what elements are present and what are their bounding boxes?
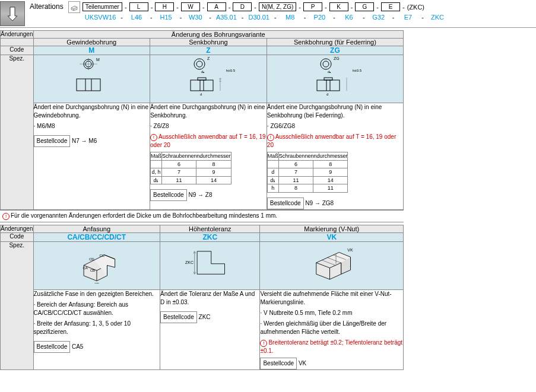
order-code-label: Bestellcode bbox=[150, 189, 187, 201]
svg-text:CB: CB bbox=[90, 268, 95, 272]
param-label: E bbox=[381, 2, 400, 11]
svg-rect-5 bbox=[77, 79, 100, 91]
param-value: A35.01 bbox=[214, 14, 239, 21]
diagram-cell: Zd₁h±0.5d bbox=[150, 55, 267, 103]
diagram-cell: CACBCDCCCT bbox=[33, 241, 160, 289]
warning-icon: ! bbox=[267, 134, 274, 141]
diagram-cell: M bbox=[33, 55, 150, 103]
param-value: E7 bbox=[397, 14, 419, 21]
order-code-value: N9 → Z8 bbox=[187, 192, 213, 198]
svg-point-9 bbox=[196, 61, 202, 67]
code-cell: CA/CB/CC/CD/CT bbox=[33, 232, 160, 241]
param-value: ZKC bbox=[426, 14, 449, 21]
column-header: Markierung (V-Nut) bbox=[260, 225, 404, 232]
order-code-value: N9 → ZG8 bbox=[304, 200, 334, 206]
order-code-label: Bestellcode bbox=[34, 341, 71, 353]
param-value: D30.01 bbox=[246, 14, 272, 21]
svg-text:d₁: d₁ bbox=[328, 70, 331, 74]
svg-rect-14 bbox=[198, 78, 206, 80]
spec-cell: Versieht die aufnehmende Fläche mit eine… bbox=[260, 289, 404, 369]
param-label: P bbox=[303, 2, 322, 11]
param-value: K6 bbox=[338, 14, 360, 21]
param-label: (ZKC) bbox=[407, 4, 424, 11]
svg-text:h±0.5: h±0.5 bbox=[226, 69, 236, 72]
param-value: H15 bbox=[155, 14, 177, 21]
diagram-cell: ZGd₁h±0.5d bbox=[267, 55, 403, 103]
param-label: N(M, Z, ZG) bbox=[259, 2, 296, 11]
param-label: A bbox=[207, 2, 226, 11]
svg-text:ZG: ZG bbox=[334, 56, 340, 60]
svg-text:CC: CC bbox=[99, 253, 104, 257]
svg-rect-13 bbox=[191, 80, 213, 91]
param-label: D bbox=[233, 2, 252, 11]
warning-icon: ! bbox=[150, 134, 157, 141]
code-cell: Z bbox=[150, 46, 267, 55]
warning-icon: ! bbox=[2, 213, 9, 220]
svg-text:CT: CT bbox=[94, 282, 99, 283]
order-code-value: N7 → M6 bbox=[70, 138, 97, 144]
order-code-label: Bestellcode bbox=[267, 197, 304, 209]
mini-table: MaßSchraubennenndurchmesser68d, h79d₁111… bbox=[150, 152, 231, 184]
order-code-value: CA5 bbox=[70, 343, 83, 350]
code-cell: ZKC bbox=[160, 232, 260, 241]
param-value: M8 bbox=[279, 14, 302, 21]
svg-rect-27 bbox=[324, 78, 332, 80]
spec-cell: Zusätzliche Fase in den gezeigten Bereic… bbox=[33, 289, 160, 369]
svg-text:d: d bbox=[200, 93, 202, 96]
alterations-icon bbox=[0, 1, 25, 26]
column-header: Senkbohrung (für Federring) bbox=[267, 39, 403, 46]
order-code-label: Bestellcode bbox=[160, 311, 197, 323]
alterations-label: Alterations bbox=[27, 1, 66, 12]
column-header: Anfasung bbox=[33, 225, 160, 232]
svg-text:ZKC: ZKC bbox=[185, 260, 194, 264]
svg-text:d₁: d₁ bbox=[201, 70, 205, 74]
param-value: L46 bbox=[125, 14, 148, 21]
svg-text:Z: Z bbox=[207, 56, 210, 60]
spec-cell: Ändert die Toleranz der Maße A und D in … bbox=[160, 289, 260, 369]
column-header: Höhentoleranz bbox=[160, 225, 260, 232]
svg-point-22 bbox=[323, 61, 329, 67]
diagram-cell: VK bbox=[260, 241, 404, 289]
param-rows: Teilenummer-L-H-W-A-D-N(M, Z, ZG)-P-K-G-… bbox=[83, 1, 536, 22]
param-label: K bbox=[329, 2, 348, 11]
mini-table: MaßSchraubennenndurchmesser68d79d₁1114h8… bbox=[267, 152, 348, 193]
spec-cell: Ändert eine Durchgangsbohrung (N) in ein… bbox=[33, 103, 150, 210]
param-label: L bbox=[129, 2, 148, 11]
param-value: W30 bbox=[184, 14, 207, 21]
order-code-label: Bestellcode bbox=[260, 358, 297, 369]
svg-rect-26 bbox=[317, 80, 340, 91]
spec-cell: Ändert eine Durchgangsbohrung (N) in ein… bbox=[267, 103, 403, 210]
svg-text:VK: VK bbox=[347, 248, 353, 252]
code-cell: VK bbox=[260, 232, 404, 241]
svg-point-8 bbox=[194, 59, 205, 69]
param-label: Teilenummer bbox=[83, 2, 122, 11]
param-value: P20 bbox=[308, 14, 331, 21]
code-cell: M bbox=[33, 46, 150, 55]
footnote: !Für die vorgenannten Änderungen erforde… bbox=[0, 210, 404, 222]
param-label: H bbox=[155, 2, 174, 11]
header-bar: Alterations Teilenummer-L-H-W-A-D-N(M, Z… bbox=[0, 0, 536, 28]
warning-icon: ! bbox=[260, 340, 267, 347]
diagram-cell: ZKC bbox=[160, 241, 260, 289]
svg-point-21 bbox=[321, 59, 331, 69]
param-label: G bbox=[355, 2, 374, 11]
block-icon bbox=[68, 1, 80, 13]
alterations-table-1: ÄnderungenÄnderung des Bohrungsvariante … bbox=[0, 30, 404, 210]
alterations-table-2: ÄnderungenAnfasungHöhentoleranzMarkierun… bbox=[0, 225, 404, 370]
order-code-value: ZKC bbox=[197, 314, 211, 320]
param-value: G32 bbox=[367, 14, 390, 21]
spec-cell: Ändert eine Durchgangsbohrung (N) in ein… bbox=[150, 103, 267, 210]
param-label: W bbox=[181, 2, 200, 11]
svg-text:CA: CA bbox=[83, 266, 88, 270]
code-cell: ZG bbox=[267, 46, 403, 55]
param-value: UKSVW16 bbox=[83, 14, 119, 21]
svg-text:h±0.5: h±0.5 bbox=[353, 69, 362, 72]
svg-text:d: d bbox=[326, 93, 328, 96]
column-header: Senkbohrung bbox=[150, 39, 267, 46]
svg-text:CD: CD bbox=[89, 257, 94, 261]
order-code-label: Bestellcode bbox=[34, 135, 71, 147]
column-header: Gewindebohrung bbox=[33, 39, 150, 46]
svg-text:M: M bbox=[96, 58, 100, 62]
order-code-value: VK bbox=[297, 360, 306, 366]
